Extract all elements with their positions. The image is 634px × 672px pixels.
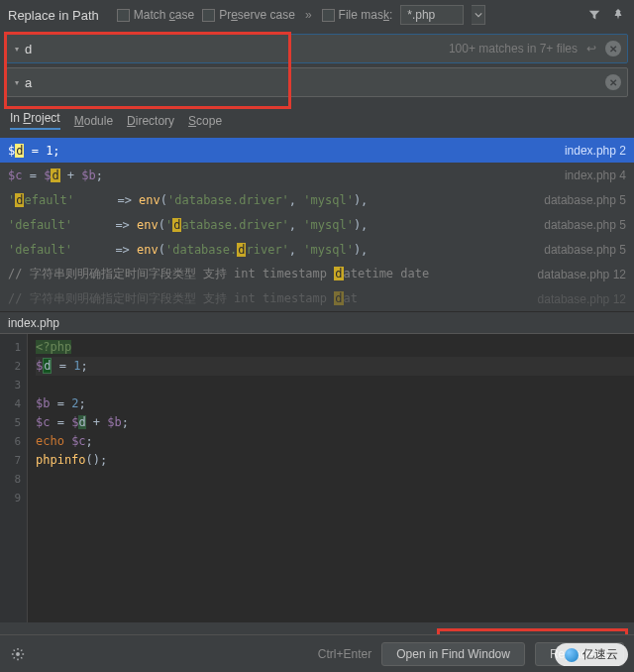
code-lines[interactable]: <?php $d = 1; $b = 2; $c = $d + $b; echo… (28, 334, 634, 622)
file-mask-label: File mask: (339, 8, 393, 22)
match-case-checkbox[interactable]: Match case (117, 8, 194, 22)
result-location: index.php 2 (557, 144, 626, 158)
scope-module[interactable]: Module (74, 114, 113, 128)
gear-icon[interactable] (10, 646, 26, 662)
bottom-toolbar: Ctrl+Enter Open in Find Window Replace A… (0, 634, 634, 672)
checkbox-icon (117, 9, 130, 22)
chevron-down-icon: ▾ (15, 45, 19, 54)
result-code: $c = $d + $b; (8, 168, 557, 182)
result-row[interactable]: 'default' => env('database.driver', 'mys… (0, 187, 634, 212)
chevron-down-icon: ▾ (15, 78, 19, 87)
preserve-case-checkbox[interactable]: Preserve case (202, 8, 295, 22)
result-code: // 字符串则明确指定时间字段类型 支持 int timestamp dat (8, 290, 530, 307)
scope-tabs: In Project Module Directory Scope (0, 105, 634, 138)
chevron-down-icon (475, 11, 482, 19)
file-mask-dropdown[interactable] (472, 5, 485, 25)
search-icon[interactable]: ▾ (13, 45, 19, 54)
search-input[interactable] (25, 42, 443, 56)
newline-icon[interactable]: ↩ (583, 42, 599, 56)
result-code: 'default' => env('database.driver', 'mys… (8, 193, 536, 207)
result-location: database.php 5 (536, 218, 626, 232)
preview-file-tab: index.php (0, 311, 634, 333)
pin-icon[interactable] (610, 7, 626, 23)
match-case-label: Match case (134, 8, 194, 22)
filter-icon[interactable] (586, 7, 602, 23)
scope-directory[interactable]: Directory (127, 114, 174, 128)
result-row[interactable]: 'default' => env('database.driver', 'mys… (0, 237, 634, 262)
file-mask-input[interactable] (400, 5, 464, 25)
result-code: $d = 1; (8, 144, 557, 158)
replace-input[interactable] (25, 75, 599, 90)
watermark-badge: 亿速云 (555, 643, 628, 666)
open-find-window-button[interactable]: Open in Find Window (381, 642, 525, 666)
result-row[interactable]: $d = 1; index.php 2 (0, 138, 634, 163)
result-code: 'default' => env('database.driver', 'mys… (8, 218, 536, 232)
result-row[interactable]: // 字符串则明确指定时间字段类型 支持 int timestamp dat d… (0, 286, 634, 311)
checkbox-icon (322, 9, 335, 22)
result-location: index.php 4 (557, 168, 626, 182)
clear-replace-button[interactable]: ✕ (605, 74, 621, 90)
result-location: database.php 12 (530, 268, 626, 281)
result-location: database.php 5 (536, 193, 626, 207)
result-row[interactable]: 'default' => env('database.driver', 'mys… (0, 212, 634, 237)
search-field-row: ▾ 100+ matches in 7+ files ↩ ✕ (6, 34, 628, 63)
gutter: 123 456 789 (0, 334, 28, 622)
more-options-icon[interactable]: » (303, 8, 314, 22)
replace-field-row: ▾ ✕ (6, 67, 628, 97)
results-list: $d = 1; index.php 2 $c = $d + $b; index.… (0, 138, 634, 311)
checkbox-icon (202, 9, 215, 22)
search-icon[interactable]: ▾ (13, 78, 19, 87)
result-location: database.php 5 (536, 243, 626, 257)
result-row[interactable]: $c = $d + $b; index.php 4 (0, 163, 634, 187)
scope-in-project[interactable]: In Project (10, 111, 60, 130)
result-code: 'default' => env('database.driver', 'mys… (8, 243, 536, 257)
watermark-text: 亿速云 (582, 646, 618, 663)
code-preview: 123 456 789 <?php $d = 1; $b = 2; $c = $… (0, 333, 634, 622)
result-row[interactable]: // 字符串则明确指定时间字段类型 支持 int timestamp datet… (0, 262, 634, 286)
file-mask-checkbox[interactable]: File mask: (322, 8, 393, 22)
shortcut-hint: Ctrl+Enter (318, 647, 371, 661)
logo-icon (565, 648, 579, 662)
scope-scope[interactable]: Scope (188, 114, 222, 128)
svg-point-4 (16, 652, 20, 656)
match-count-status: 100+ matches in 7+ files (449, 42, 578, 56)
result-code: // 字符串则明确指定时间字段类型 支持 int timestamp datet… (8, 266, 530, 282)
result-location: database.php 12 (530, 292, 626, 306)
preserve-case-label: Preserve case (219, 8, 295, 22)
clear-search-button[interactable]: ✕ (605, 41, 621, 56)
dialog-title: Replace in Path (8, 8, 99, 23)
preview-file-name: index.php (8, 316, 59, 330)
